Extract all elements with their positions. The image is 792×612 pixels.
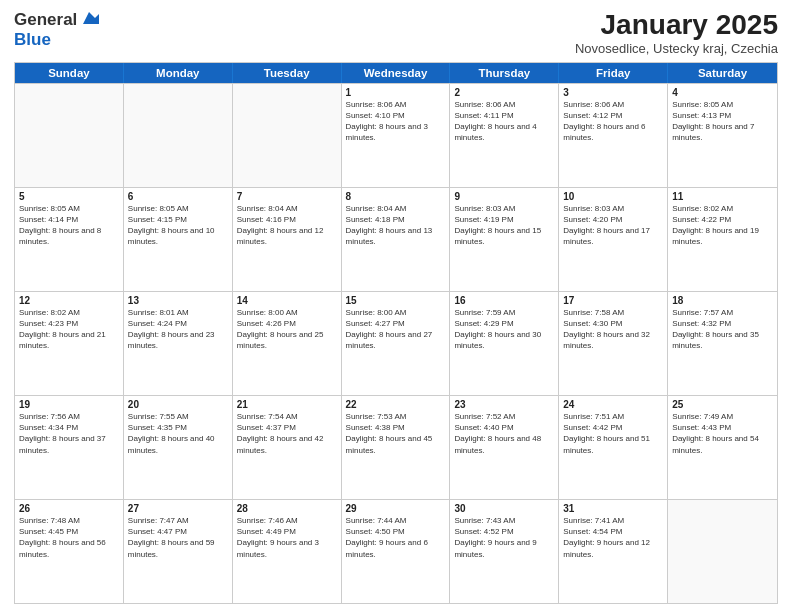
day-cell-empty-0-2: [233, 84, 342, 187]
day-cell-19: 19Sunrise: 7:56 AM Sunset: 4:34 PM Dayli…: [15, 396, 124, 499]
day-number: 7: [237, 191, 337, 202]
weekday-header-sunday: Sunday: [15, 63, 124, 83]
day-number: 15: [346, 295, 446, 306]
day-number: 16: [454, 295, 554, 306]
day-number: 17: [563, 295, 663, 306]
day-number: 30: [454, 503, 554, 514]
day-info: Sunrise: 7:57 AM Sunset: 4:32 PM Dayligh…: [672, 307, 773, 352]
day-cell-23: 23Sunrise: 7:52 AM Sunset: 4:40 PM Dayli…: [450, 396, 559, 499]
day-info: Sunrise: 7:56 AM Sunset: 4:34 PM Dayligh…: [19, 411, 119, 456]
day-cell-29: 29Sunrise: 7:44 AM Sunset: 4:50 PM Dayli…: [342, 500, 451, 603]
day-cell-9: 9Sunrise: 8:03 AM Sunset: 4:19 PM Daylig…: [450, 188, 559, 291]
day-cell-15: 15Sunrise: 8:00 AM Sunset: 4:27 PM Dayli…: [342, 292, 451, 395]
calendar-row-4: 26Sunrise: 7:48 AM Sunset: 4:45 PM Dayli…: [15, 499, 777, 603]
day-cell-24: 24Sunrise: 7:51 AM Sunset: 4:42 PM Dayli…: [559, 396, 668, 499]
day-info: Sunrise: 8:03 AM Sunset: 4:20 PM Dayligh…: [563, 203, 663, 248]
calendar: SundayMondayTuesdayWednesdayThursdayFrid…: [14, 62, 778, 604]
day-number: 18: [672, 295, 773, 306]
day-cell-31: 31Sunrise: 7:41 AM Sunset: 4:54 PM Dayli…: [559, 500, 668, 603]
day-info: Sunrise: 7:44 AM Sunset: 4:50 PM Dayligh…: [346, 515, 446, 560]
day-number: 26: [19, 503, 119, 514]
day-info: Sunrise: 8:00 AM Sunset: 4:27 PM Dayligh…: [346, 307, 446, 352]
day-info: Sunrise: 8:03 AM Sunset: 4:19 PM Dayligh…: [454, 203, 554, 248]
day-cell-27: 27Sunrise: 7:47 AM Sunset: 4:47 PM Dayli…: [124, 500, 233, 603]
day-info: Sunrise: 7:58 AM Sunset: 4:30 PM Dayligh…: [563, 307, 663, 352]
day-number: 6: [128, 191, 228, 202]
day-number: 19: [19, 399, 119, 410]
day-number: 8: [346, 191, 446, 202]
day-info: Sunrise: 8:02 AM Sunset: 4:22 PM Dayligh…: [672, 203, 773, 248]
calendar-row-3: 19Sunrise: 7:56 AM Sunset: 4:34 PM Dayli…: [15, 395, 777, 499]
day-cell-22: 22Sunrise: 7:53 AM Sunset: 4:38 PM Dayli…: [342, 396, 451, 499]
day-cell-empty-0-0: [15, 84, 124, 187]
day-number: 2: [454, 87, 554, 98]
day-cell-empty-0-1: [124, 84, 233, 187]
day-cell-empty-4-6: [668, 500, 777, 603]
day-number: 13: [128, 295, 228, 306]
day-number: 12: [19, 295, 119, 306]
day-cell-18: 18Sunrise: 7:57 AM Sunset: 4:32 PM Dayli…: [668, 292, 777, 395]
day-info: Sunrise: 7:53 AM Sunset: 4:38 PM Dayligh…: [346, 411, 446, 456]
day-cell-13: 13Sunrise: 8:01 AM Sunset: 4:24 PM Dayli…: [124, 292, 233, 395]
weekday-header-thursday: Thursday: [450, 63, 559, 83]
day-number: 28: [237, 503, 337, 514]
logo: General Blue: [14, 10, 99, 50]
day-number: 1: [346, 87, 446, 98]
day-info: Sunrise: 7:52 AM Sunset: 4:40 PM Dayligh…: [454, 411, 554, 456]
day-number: 4: [672, 87, 773, 98]
day-info: Sunrise: 7:55 AM Sunset: 4:35 PM Dayligh…: [128, 411, 228, 456]
day-number: 27: [128, 503, 228, 514]
day-number: 25: [672, 399, 773, 410]
calendar-title: January 2025: [575, 10, 778, 41]
title-block: January 2025 Novosedlice, Ustecky kraj, …: [575, 10, 778, 56]
day-cell-26: 26Sunrise: 7:48 AM Sunset: 4:45 PM Dayli…: [15, 500, 124, 603]
day-info: Sunrise: 8:04 AM Sunset: 4:16 PM Dayligh…: [237, 203, 337, 248]
page: General Blue January 2025 Novosedlice, U…: [0, 0, 792, 612]
day-info: Sunrise: 7:47 AM Sunset: 4:47 PM Dayligh…: [128, 515, 228, 560]
day-number: 11: [672, 191, 773, 202]
day-info: Sunrise: 8:06 AM Sunset: 4:10 PM Dayligh…: [346, 99, 446, 144]
day-number: 23: [454, 399, 554, 410]
day-cell-16: 16Sunrise: 7:59 AM Sunset: 4:29 PM Dayli…: [450, 292, 559, 395]
day-cell-21: 21Sunrise: 7:54 AM Sunset: 4:37 PM Dayli…: [233, 396, 342, 499]
weekday-header-monday: Monday: [124, 63, 233, 83]
day-info: Sunrise: 8:05 AM Sunset: 4:15 PM Dayligh…: [128, 203, 228, 248]
svg-marker-0: [83, 12, 99, 24]
day-info: Sunrise: 8:00 AM Sunset: 4:26 PM Dayligh…: [237, 307, 337, 352]
day-number: 14: [237, 295, 337, 306]
day-number: 3: [563, 87, 663, 98]
day-cell-14: 14Sunrise: 8:00 AM Sunset: 4:26 PM Dayli…: [233, 292, 342, 395]
day-number: 10: [563, 191, 663, 202]
day-number: 5: [19, 191, 119, 202]
day-cell-20: 20Sunrise: 7:55 AM Sunset: 4:35 PM Dayli…: [124, 396, 233, 499]
weekday-header-friday: Friday: [559, 63, 668, 83]
calendar-row-2: 12Sunrise: 8:02 AM Sunset: 4:23 PM Dayli…: [15, 291, 777, 395]
day-number: 22: [346, 399, 446, 410]
calendar-row-1: 5Sunrise: 8:05 AM Sunset: 4:14 PM Daylig…: [15, 187, 777, 291]
day-cell-8: 8Sunrise: 8:04 AM Sunset: 4:18 PM Daylig…: [342, 188, 451, 291]
logo-general-text: General: [14, 10, 77, 30]
day-info: Sunrise: 7:41 AM Sunset: 4:54 PM Dayligh…: [563, 515, 663, 560]
day-info: Sunrise: 7:46 AM Sunset: 4:49 PM Dayligh…: [237, 515, 337, 560]
day-cell-3: 3Sunrise: 8:06 AM Sunset: 4:12 PM Daylig…: [559, 84, 668, 187]
logo-icon: [79, 8, 99, 28]
day-info: Sunrise: 7:43 AM Sunset: 4:52 PM Dayligh…: [454, 515, 554, 560]
day-cell-6: 6Sunrise: 8:05 AM Sunset: 4:15 PM Daylig…: [124, 188, 233, 291]
day-number: 24: [563, 399, 663, 410]
calendar-body: 1Sunrise: 8:06 AM Sunset: 4:10 PM Daylig…: [15, 83, 777, 603]
logo-blue-text: Blue: [14, 30, 99, 50]
calendar-header-row: SundayMondayTuesdayWednesdayThursdayFrid…: [15, 63, 777, 83]
calendar-row-0: 1Sunrise: 8:06 AM Sunset: 4:10 PM Daylig…: [15, 83, 777, 187]
day-cell-4: 4Sunrise: 8:05 AM Sunset: 4:13 PM Daylig…: [668, 84, 777, 187]
day-info: Sunrise: 7:48 AM Sunset: 4:45 PM Dayligh…: [19, 515, 119, 560]
day-info: Sunrise: 8:04 AM Sunset: 4:18 PM Dayligh…: [346, 203, 446, 248]
day-cell-2: 2Sunrise: 8:06 AM Sunset: 4:11 PM Daylig…: [450, 84, 559, 187]
calendar-subtitle: Novosedlice, Ustecky kraj, Czechia: [575, 41, 778, 56]
weekday-header-saturday: Saturday: [668, 63, 777, 83]
day-info: Sunrise: 8:01 AM Sunset: 4:24 PM Dayligh…: [128, 307, 228, 352]
day-cell-1: 1Sunrise: 8:06 AM Sunset: 4:10 PM Daylig…: [342, 84, 451, 187]
day-cell-5: 5Sunrise: 8:05 AM Sunset: 4:14 PM Daylig…: [15, 188, 124, 291]
day-info: Sunrise: 8:02 AM Sunset: 4:23 PM Dayligh…: [19, 307, 119, 352]
day-cell-7: 7Sunrise: 8:04 AM Sunset: 4:16 PM Daylig…: [233, 188, 342, 291]
weekday-header-wednesday: Wednesday: [342, 63, 451, 83]
